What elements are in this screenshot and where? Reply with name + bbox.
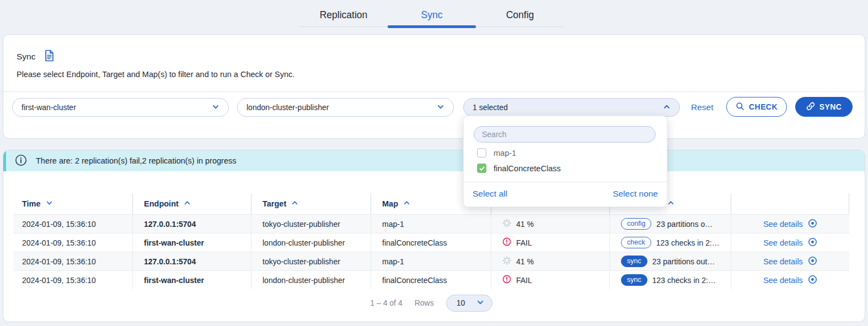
column-header-details xyxy=(731,193,849,214)
cell-map: map-1 xyxy=(371,215,491,233)
eye-icon xyxy=(808,237,817,248)
cell-endpoint: 127.0.0.1:5704 xyxy=(132,215,251,233)
table-row: 2024-01-09, 15:36:10 127.0.0.1:5704 toky… xyxy=(13,252,849,270)
column-header-endpoint[interactable]: Endpoint xyxy=(132,193,251,214)
cell-message: sync 123 checks in 2:… xyxy=(609,271,731,289)
alert-icon xyxy=(502,275,511,285)
divider xyxy=(464,182,667,182)
checkbox-checked-icon[interactable] xyxy=(477,164,486,173)
option-label: finalConcreteClass xyxy=(494,164,561,173)
cell-time: 2024-01-09, 15:36:10 xyxy=(13,215,132,233)
tab-config[interactable]: Config xyxy=(476,4,564,26)
search-input[interactable] xyxy=(474,126,656,143)
status-badge: sync xyxy=(621,256,647,267)
cell-time: 2024-01-09, 15:36:10 xyxy=(13,271,132,289)
info-banner: There are: 2 replication(s) fail,2 repli… xyxy=(3,150,865,171)
cell-map: finalConcreteClass xyxy=(371,271,491,289)
rows-per-page-select[interactable]: 10 xyxy=(446,295,492,312)
checkbox-unchecked-icon[interactable] xyxy=(477,148,486,157)
chevron-down-icon xyxy=(212,103,219,112)
cell-details: See details xyxy=(731,233,849,252)
alert-icon xyxy=(502,237,511,248)
sort-asc-icon xyxy=(291,199,298,208)
endpoint-select-value: first-wan-cluster xyxy=(22,103,76,112)
target-select-value: london-cluster-publisher xyxy=(247,103,329,112)
pagination-range: 1 – 4 of 4 xyxy=(370,298,402,307)
link-icon xyxy=(806,102,815,112)
eye-icon xyxy=(808,219,817,230)
column-header-time[interactable]: Time xyxy=(13,193,132,214)
spinner-icon xyxy=(502,256,511,267)
cell-endpoint: first-wan-cluster xyxy=(132,233,251,252)
select-all-link[interactable]: Select all xyxy=(473,189,507,199)
cell-message: check 123 checks in 2:… xyxy=(609,233,731,252)
tab-bar: Replication Sync Config xyxy=(299,4,564,27)
tab-replication[interactable]: Replication xyxy=(299,4,388,26)
select-none-link[interactable]: Select none xyxy=(613,189,658,199)
document-icon[interactable] xyxy=(44,50,55,64)
rows-per-page-label: Rows xyxy=(415,298,434,307)
see-details-link[interactable]: See details xyxy=(763,256,817,267)
sync-button-label: SYNC xyxy=(819,102,842,111)
map-dropdown-panel: map-1 finalConcreteClass Select all Sele… xyxy=(463,116,667,207)
reset-button[interactable]: Reset xyxy=(691,102,714,112)
column-header-target[interactable]: Target xyxy=(251,193,371,214)
cell-target: london-cluster-publisher xyxy=(251,271,371,289)
sync-button[interactable]: SYNC xyxy=(795,97,853,117)
divider xyxy=(3,91,865,92)
dropdown-option-finalconcreteclass[interactable]: finalConcreteClass xyxy=(477,164,561,173)
see-details-link[interactable]: See details xyxy=(763,237,817,248)
cell-map: finalConcreteClass xyxy=(371,233,491,252)
map-select-value: 1 selected xyxy=(473,103,508,112)
dropdown-option-map-1[interactable]: map-1 xyxy=(477,148,516,157)
filter-instructions: Please select Endpoint, Target and Map(s… xyxy=(17,70,294,79)
target-select[interactable]: london-cluster-publisher xyxy=(237,98,454,117)
cell-details: See details xyxy=(731,215,849,233)
eye-icon xyxy=(808,256,817,267)
sort-asc-icon xyxy=(184,199,191,208)
eye-icon xyxy=(808,275,817,286)
see-details-link[interactable]: See details xyxy=(763,275,817,286)
spinner-icon xyxy=(502,219,511,229)
status-badge: sync xyxy=(621,274,647,286)
status-badge: config xyxy=(621,218,651,230)
cell-message: config 23 partitions o… xyxy=(609,215,731,233)
cell-endpoint: 127.0.0.1:5704 xyxy=(132,252,251,270)
table-row: 2024-01-09, 15:36:10 first-wan-cluster l… xyxy=(13,270,849,289)
chevron-up-icon xyxy=(663,103,671,112)
cell-status: FAIL xyxy=(491,271,609,289)
pagination: 1 – 4 of 4 Rows 10 xyxy=(13,294,849,312)
sort-asc-icon xyxy=(403,199,410,208)
option-label: map-1 xyxy=(494,149,516,157)
banner-text: There are: 2 replication(s) fail,2 repli… xyxy=(36,156,236,165)
cell-status: 41 % xyxy=(491,215,609,233)
cell-time: 2024-01-09, 15:36:10 xyxy=(13,233,132,252)
chevron-down-icon xyxy=(437,103,444,112)
map-select[interactable]: 1 selected xyxy=(463,98,680,117)
sync-filter-card: Sync Please select Endpoint, Target and … xyxy=(3,34,865,139)
cell-details: See details xyxy=(731,252,849,270)
check-button-label: CHECK xyxy=(749,102,778,111)
cell-status: 41 % xyxy=(491,252,609,270)
cell-details: See details xyxy=(731,271,849,289)
cell-map: map-1 xyxy=(371,252,491,270)
table-row: 2024-01-09, 15:36:10 127.0.0.1:5704 toky… xyxy=(13,214,849,233)
rows-per-page-value: 10 xyxy=(457,298,465,307)
table-header: Time Endpoint Target Map xyxy=(13,193,849,214)
endpoint-select[interactable]: first-wan-cluster xyxy=(12,98,229,117)
cell-status: FAIL xyxy=(491,233,609,252)
check-button[interactable]: CHECK xyxy=(726,97,787,117)
search-icon xyxy=(736,102,744,112)
chevron-down-icon xyxy=(476,298,484,308)
card-title: Sync xyxy=(17,52,35,62)
cell-time: 2024-01-09, 15:36:10 xyxy=(13,252,132,270)
see-details-link[interactable]: See details xyxy=(763,219,817,230)
status-badge: check xyxy=(621,237,651,248)
sort-asc-icon xyxy=(667,199,674,208)
cell-target: london-cluster-publisher xyxy=(251,233,371,252)
table-row: 2024-01-09, 15:36:10 first-wan-cluster l… xyxy=(13,233,849,252)
replications-table-card: There are: 2 replication(s) fail,2 repli… xyxy=(3,150,865,322)
cell-message: sync 23 partitions out… xyxy=(609,252,731,270)
tab-sync[interactable]: Sync xyxy=(388,4,476,26)
cell-endpoint: first-wan-cluster xyxy=(132,271,251,289)
